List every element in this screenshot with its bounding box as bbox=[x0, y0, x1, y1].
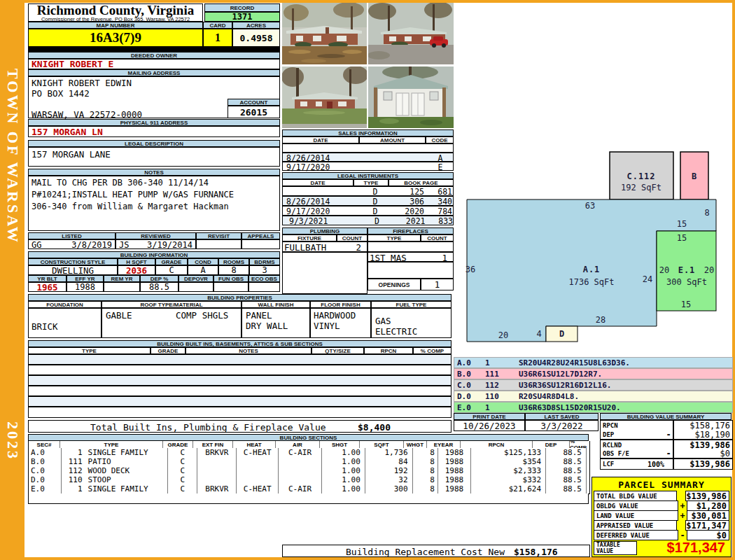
foundation-label: FOUNDATION bbox=[28, 301, 102, 308]
sec-comp: 100% bbox=[587, 457, 589, 466]
sec-eyear: 1988 bbox=[438, 484, 471, 493]
legend-sec: C.0 bbox=[454, 381, 485, 390]
legend-trace: SR20U4R28U24R15U8L63D36. bbox=[519, 358, 630, 368]
instr-book: 2020 bbox=[393, 206, 424, 215]
fuel-line-2: ELECTRIC bbox=[375, 326, 417, 337]
sections-header: SEC# bbox=[29, 441, 60, 448]
property-record-card: TOWN OF WARSAW 2023 Richmond County, Vir… bbox=[0, 0, 735, 560]
instr-bookpage-header: BOOK PAGE bbox=[388, 179, 454, 186]
builtins-empty-row bbox=[28, 354, 451, 365]
revisit-label: REVISIT bbox=[196, 232, 241, 239]
appeals-label: APPEALS bbox=[241, 232, 280, 239]
fuel-line-1: GAS bbox=[375, 316, 391, 326]
instrument-row: 9/3/2021 D 2021 833 bbox=[282, 216, 454, 225]
fire-type-header: TYPE bbox=[368, 234, 421, 241]
legend-trace: U36R63D8SL15D20R15U20. bbox=[519, 403, 621, 412]
fireplace-empty-row bbox=[368, 241, 454, 252]
vs-op: - bbox=[664, 430, 673, 440]
sec-grade: C bbox=[168, 475, 197, 484]
sections-title: BUILDING SECTIONS bbox=[28, 434, 589, 441]
sections-header: WHGT bbox=[404, 441, 427, 448]
sec-rpcn: $2,333 bbox=[471, 466, 546, 475]
legend-sec: D.0 bbox=[454, 392, 485, 401]
plumb-fixture: FULLBATH bbox=[284, 242, 326, 251]
parcel-row: TOTAL BLDG VALUE $139,986 bbox=[594, 491, 729, 500]
instr-type: D bbox=[358, 206, 393, 215]
listed-value: GG3/8/2019 bbox=[28, 239, 115, 249]
sketch-c-label: C.112 bbox=[616, 172, 666, 181]
parcel-op: - bbox=[678, 531, 687, 540]
sec-id: A.0 bbox=[29, 448, 62, 457]
sec-sqft: 192 bbox=[365, 466, 413, 475]
builtins-empty-row bbox=[28, 396, 451, 407]
dim-15: 15 bbox=[678, 300, 694, 309]
fire-count: 1 bbox=[442, 253, 447, 261]
funobs-label: FUN OBS bbox=[214, 275, 248, 282]
last-saved-label: LAST SAVED bbox=[525, 413, 598, 420]
wall-line-2: DRY WALL bbox=[246, 321, 288, 331]
sec-sqft: 300 bbox=[365, 484, 413, 493]
legend-row-b: B.0 111 U36R61SU12L7D12R7. bbox=[454, 368, 733, 379]
instruments-title: LEGAL INSTRUMENTS bbox=[282, 172, 454, 179]
sec-shgt: 1.00 bbox=[322, 457, 365, 466]
notes-line-1: MAIL TO CHG PER DB 306-340 11/14/14 bbox=[29, 176, 279, 188]
instr-page: 784 bbox=[424, 206, 452, 215]
builtins-rpcn-header: RPCN bbox=[364, 347, 413, 354]
legend-row-a: A.0 1 SR20U4R28U24R15U8L63D36. bbox=[454, 357, 733, 368]
fireplace-empty-row bbox=[368, 262, 454, 279]
sections-header: EXT FIN bbox=[193, 441, 233, 448]
sec-whgt: 8 bbox=[413, 475, 438, 484]
sales-row bbox=[282, 144, 454, 153]
roof-type-value: GABLE bbox=[106, 310, 132, 321]
sec-type: SINGLE FAMILY bbox=[83, 448, 169, 457]
dim-4: 4 bbox=[533, 329, 545, 339]
plumb-fixture-header: FIXTURE bbox=[282, 234, 337, 241]
dim-8: 8 bbox=[700, 208, 714, 218]
sec-sqft: 32 bbox=[365, 475, 413, 484]
foundation-value: BRICK bbox=[28, 308, 102, 338]
sec-rpcn: $354 bbox=[471, 457, 546, 466]
parcel-op: + bbox=[678, 501, 687, 511]
sec-whgt: 8 bbox=[413, 457, 438, 466]
construction-style-label: CONSTRUCTION STYLE bbox=[28, 258, 118, 265]
roof-label: ROOF TYPE/MATERIAL bbox=[102, 301, 241, 308]
sec-eyear: 1988 bbox=[438, 457, 471, 466]
parcel-value: $171,347 bbox=[685, 520, 729, 531]
sec-air: C-AIR bbox=[279, 448, 322, 457]
sections-header: AIR bbox=[276, 441, 320, 448]
parcel-label: DEFERRED VALUE bbox=[594, 530, 678, 540]
legend-sec: A.0 bbox=[454, 358, 485, 368]
record-value: 1371 bbox=[204, 12, 280, 22]
sec-sqft: 84 bbox=[365, 457, 413, 466]
sale-date: 8/26/2014 bbox=[283, 153, 363, 161]
sale-date: 9/17/2020 bbox=[283, 162, 363, 170]
sales-title: SALES INFORMATION bbox=[282, 130, 454, 136]
dim-28: 28 bbox=[592, 315, 610, 325]
parcel-value: $139,986 bbox=[685, 491, 729, 501]
notes-label: NOTES bbox=[28, 169, 280, 176]
grade-value: C bbox=[155, 265, 188, 275]
yrblt-value: 1965 bbox=[28, 282, 66, 292]
roof-value: GABLE COMP SHGLS bbox=[102, 308, 241, 338]
floor-line-1: HARDWOOD bbox=[314, 310, 356, 321]
sec-sqft: 1,736 bbox=[365, 448, 413, 457]
dep-pct-value: 88.5 bbox=[140, 282, 178, 292]
notes-line-3: 306-340 from William & Margaret Hackman bbox=[29, 200, 279, 211]
rooms-label: ROOMS bbox=[218, 258, 249, 265]
legend-code: 112 bbox=[485, 381, 519, 390]
sec-eyear: 1988 bbox=[438, 448, 471, 457]
plumbing-title: PLUMBING bbox=[282, 227, 368, 234]
wall-line-1: PANEL bbox=[246, 310, 272, 321]
legend-trace: U36R61SU12L7D12R7. bbox=[519, 370, 602, 379]
sale-code: E bbox=[430, 162, 451, 170]
sec-whgt: 8 bbox=[413, 484, 438, 493]
plumb-count: 2 bbox=[356, 242, 361, 251]
sec-id: E.0 bbox=[29, 484, 62, 493]
photo-grid bbox=[282, 3, 454, 128]
dim-15: 15 bbox=[673, 233, 690, 243]
building-information-title: BUILDING INFORMATION bbox=[28, 251, 280, 258]
section-row-d: D.0 110 STOOP C 1.00 32 8 1988 $332 88.5… bbox=[28, 475, 590, 485]
legend-sec: B.0 bbox=[454, 370, 485, 379]
bdrms-value: 3 bbox=[249, 265, 280, 275]
fuel-type-label: FUEL TYPE bbox=[371, 301, 451, 308]
